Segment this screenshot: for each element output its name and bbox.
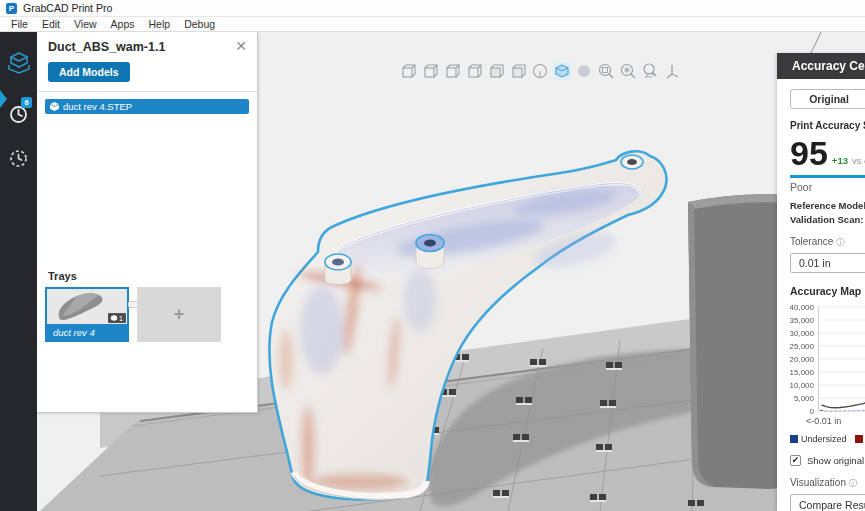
y-tick-label: 35,000 [790, 316, 814, 325]
score-rule [790, 175, 865, 178]
menu-item-view[interactable]: View [67, 18, 104, 30]
legend-swatch [790, 435, 798, 443]
checkbox-checked[interactable]: ✔ [790, 455, 801, 466]
viewport-toolbar [399, 62, 681, 82]
grabcad-print-window: P GrabCAD Print Pro FileEditViewAppsHelp… [0, 0, 865, 511]
add-models-button[interactable]: Add Models [48, 62, 130, 82]
zoom-selection-icon[interactable] [619, 62, 637, 80]
y-tick-label: 10,000 [790, 381, 814, 390]
panel-divider [37, 91, 257, 92]
legend-item-oversized: Oversized [855, 434, 865, 444]
tolerance-label: Tolerance ⓘ [790, 236, 865, 249]
project-title: Duct_ABS_wam-1.1 [48, 40, 165, 54]
histogram-y-axis: 40,00035,00030,00025,00020,00015,00010,0… [790, 303, 816, 415]
info-icon[interactable]: ⓘ [849, 478, 858, 488]
y-tick-label: 30,000 [790, 329, 814, 338]
menu-item-file[interactable]: File [4, 18, 35, 30]
trays-label: Trays [48, 270, 77, 282]
model-cube-icon [50, 102, 59, 111]
view-top-icon[interactable] [487, 62, 505, 80]
add-tray-button[interactable]: + [137, 287, 221, 342]
active-tab-marker [0, 90, 7, 108]
view-isometric-icon[interactable] [531, 62, 549, 80]
sphere-render-icon[interactable] [575, 62, 593, 80]
tray-model-count-badge: 1 [108, 313, 126, 323]
accuracy-panel-header[interactable]: Accuracy Center [777, 53, 865, 79]
view-right-icon[interactable] [465, 62, 483, 80]
view-front-icon[interactable] [399, 62, 417, 80]
histogram-plot [818, 303, 865, 415]
tray-thumbnail-selected[interactable]: 1 duct rev 4 [45, 287, 129, 342]
checkbox-label: Show original results [807, 455, 865, 466]
accuracy-center-panel: Accuracy Center Original Print Accuracy … [777, 53, 865, 511]
zoom-fit-icon[interactable] [597, 62, 615, 80]
model-list-item[interactable]: duct rev 4.STEP [45, 99, 249, 114]
tray-count: 1 [119, 315, 123, 322]
badge-cube-icon [111, 315, 117, 321]
histogram-x-label: <-0.01 in [806, 416, 865, 426]
history-clock-icon [9, 149, 28, 168]
info-icon[interactable]: ⓘ [836, 237, 845, 247]
legend-item-undersized: Undersized [790, 434, 847, 444]
y-tick-label: 5,000 [794, 394, 814, 403]
schedule-badge: 6 [21, 97, 32, 108]
tab-original[interactable]: Original [790, 89, 865, 109]
histogram-legend: UndersizedOversized [790, 434, 865, 444]
sidebar-item-print[interactable] [0, 42, 37, 82]
score-delta-suffix: vs original [852, 155, 865, 169]
score-rating: Poor [790, 181, 865, 193]
view-bottom-icon[interactable] [509, 62, 527, 80]
legend-swatch [855, 435, 863, 443]
visualization-label: Visualization ⓘ [790, 477, 865, 490]
reference-model-row: Reference Model: duct [790, 200, 865, 211]
view-back-icon[interactable] [421, 62, 439, 80]
menu-item-edit[interactable]: Edit [35, 18, 67, 30]
accuracy-map-label: Accuracy Map [790, 285, 865, 297]
project-panel: Duct_ABS_wam-1.1 ✕ Add Models duct rev 4… [37, 32, 258, 413]
y-tick-label: 25,000 [790, 342, 814, 351]
accuracy-histogram: 40,00035,00030,00025,00020,00015,00010,0… [790, 303, 865, 415]
close-icon[interactable]: ✕ [235, 40, 247, 52]
y-tick-label: 0 [810, 407, 814, 416]
shaded-view-icon[interactable] [553, 62, 571, 80]
score-delta: +13 [832, 155, 848, 169]
validation-scan-row: Validation Scan: 2a - D [790, 214, 865, 225]
app-logo-icon: P [6, 3, 17, 14]
model-item-label: duct rev 4.STEP [63, 101, 132, 112]
duct-boss-middle [416, 235, 444, 269]
sidebar-item-history[interactable] [0, 138, 37, 178]
zoom-region-icon[interactable] [641, 62, 659, 80]
y-tick-label: 20,000 [790, 355, 814, 364]
plus-icon: + [174, 304, 185, 325]
origin-axis-icon[interactable] [663, 62, 681, 80]
tolerance-input[interactable]: 0.01 in [790, 253, 865, 273]
visualization-select[interactable]: Compare Results [790, 494, 865, 511]
menu-item-debug[interactable]: Debug [177, 18, 222, 30]
duct-boss-far [621, 155, 643, 169]
score-value: 95 [790, 137, 828, 169]
score-label: Print Accuracy Score ⓘ [790, 120, 865, 133]
y-tick-label: 15,000 [790, 368, 814, 377]
view-left-icon[interactable] [443, 62, 461, 80]
menu-bar: FileEditViewAppsHelpDebug [0, 17, 865, 32]
show-original-checkbox-row: ✔ Show original results [790, 455, 865, 466]
app-sidebar: 6 [0, 32, 37, 511]
title-bar: P GrabCAD Print Pro [0, 0, 865, 17]
print-3d-icon [7, 50, 31, 74]
menu-item-help[interactable]: Help [142, 18, 178, 30]
tray-label: duct rev 4 [47, 324, 127, 340]
duct-boss-left [325, 254, 351, 285]
window-title: GrabCAD Print Pro [23, 2, 112, 14]
y-tick-label: 40,000 [790, 303, 814, 312]
menu-item-apps[interactable]: Apps [104, 18, 142, 30]
